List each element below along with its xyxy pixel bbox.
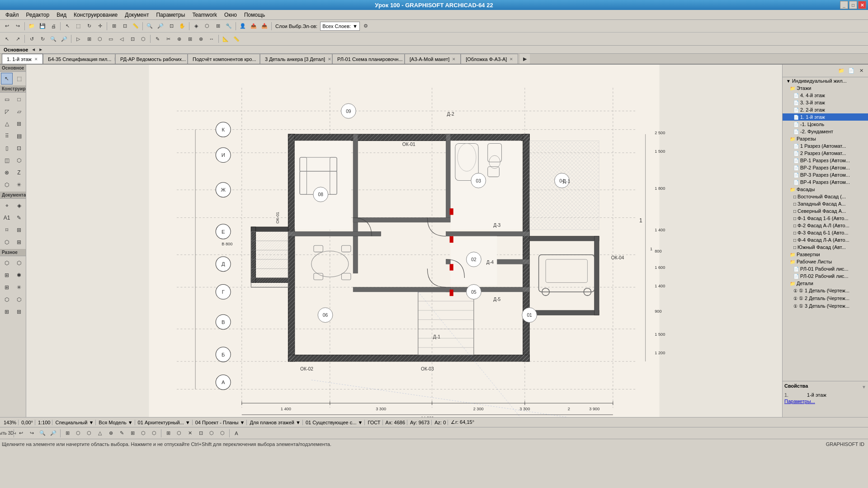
tree-s2[interactable]: 📄 2 Разрез (Автомат... — [783, 150, 868, 157]
tab-4[interactable]: 3 Деталь анкера [3 Детал] ✕ — [260, 54, 332, 64]
tree-floor-m2[interactable]: 📄 -2. Фундамент — [783, 128, 868, 135]
bt-zoom-out[interactable]: 🔎 — [48, 428, 58, 438]
tab-0[interactable]: 1. 1-й этаж ✕ — [2, 54, 43, 64]
tb2-b11[interactable]: ⬡ — [138, 34, 148, 44]
tree-f2[interactable]: □ Западный Фасад А... — [783, 200, 868, 207]
tab-7[interactable]: [Обложка Ф-А3-А] ✕ — [461, 54, 518, 64]
tree-f7[interactable]: □ Ф-4 Фасад Л-А (Авто... — [783, 236, 868, 244]
bt-b4[interactable]: △ — [95, 428, 105, 438]
tab-scroll-right[interactable]: ▶ — [520, 54, 530, 64]
tree-f3[interactable]: □ Северный Фасад А... — [783, 207, 868, 215]
tb-3d[interactable]: ◈ — [191, 21, 201, 31]
tree-sections[interactable]: 📁 Разрезы — [783, 135, 868, 142]
tb-teamwork3[interactable]: 📥 — [259, 21, 269, 31]
tab-1[interactable]: Б4-35 Спецификация пил... ✕ — [43, 54, 115, 64]
tool-label[interactable]: ✎ — [13, 212, 25, 224]
tool-elevation[interactable]: ⊞ — [13, 224, 25, 236]
tree-s6[interactable]: 📄 ВР-4 Разрез (Автом... — [783, 178, 868, 186]
tool-zone[interactable]: Z — [13, 167, 25, 178]
bt-b5[interactable]: ⊕ — [106, 428, 116, 438]
tool-curtain[interactable]: ▤ — [13, 130, 25, 142]
tool-stair[interactable]: ⊞ — [13, 118, 25, 130]
tool-fill[interactable]: ✳ — [13, 282, 25, 293]
tool-skylight[interactable]: ◫ — [1, 155, 13, 166]
tree-facades[interactable]: 📁 Фасады — [783, 186, 868, 193]
panel-next[interactable]: ► — [37, 46, 44, 53]
tb2-b12[interactable]: ✎ — [152, 34, 162, 44]
tool-spline[interactable]: ✱ — [13, 269, 25, 281]
bt-b14[interactable]: ⬡ — [207, 428, 217, 438]
menu-file[interactable]: Файл — [2, 11, 23, 19]
tb-snap[interactable]: ⊡ — [120, 21, 130, 31]
tb-select-move[interactable]: ✛ — [95, 21, 105, 31]
maximize-button[interactable]: □ — [849, 1, 857, 9]
tool-detail[interactable]: ⬡ — [1, 236, 13, 248]
tab-6-close[interactable]: ✕ — [452, 57, 456, 61]
status-filter[interactable]: Для планов этажей ▼ — [248, 420, 302, 425]
tool-text-a1[interactable]: A1 — [1, 212, 13, 224]
status-model[interactable]: Вся Модель ▼ — [97, 420, 135, 425]
menu-params[interactable]: Параметры — [152, 11, 189, 19]
tb2-b18[interactable]: 📐 — [221, 34, 231, 44]
bt-b2[interactable]: ⬡ — [73, 428, 83, 438]
tb2-arrow2[interactable]: ↗ — [13, 34, 23, 44]
tb-layers[interactable]: ⊞ — [213, 21, 223, 31]
tb2-b6[interactable]: ⊞ — [84, 34, 94, 44]
tb-properties[interactable]: 🔧 — [224, 21, 234, 31]
status-phase2[interactable]: 04 Проект - Планы ▼ — [193, 420, 247, 425]
bt-b3[interactable]: ⬡ — [84, 428, 94, 438]
tool-lamp[interactable]: ⊗ — [1, 167, 13, 178]
tree-s5[interactable]: 📄 ВР-3 Разрез (Автом... — [783, 171, 868, 178]
tool-slab[interactable]: ▱ — [13, 106, 25, 117]
tree-unwrap[interactable]: 📁 Развертки — [783, 251, 868, 258]
tb2-b5[interactable]: ▷ — [73, 34, 83, 44]
tab-3[interactable]: Подсчёт компонентов кро... ✕ — [188, 54, 260, 64]
tool-object[interactable]: ⬡ — [13, 155, 25, 166]
tool-polyline[interactable]: ⬡ — [13, 257, 25, 269]
status-phase1[interactable]: 01 Архитектурный... ▼ — [136, 420, 193, 425]
menu-view[interactable]: Вид — [53, 11, 70, 19]
tb-print[interactable]: 🖨 — [48, 21, 58, 31]
tab-4-close[interactable]: ✕ — [328, 57, 331, 61]
tb-measure[interactable]: 📏 — [131, 21, 141, 31]
tb2-b15[interactable]: ⊞ — [185, 34, 195, 44]
tool-wall[interactable]: ▭ — [1, 94, 13, 105]
tool-beam[interactable]: ◸ — [1, 106, 13, 117]
tb2-b9[interactable]: ◁ — [117, 34, 127, 44]
tool-morph[interactable]: ⬡ — [1, 179, 13, 191]
tool-roof[interactable]: △ — [1, 118, 13, 130]
tool-figure[interactable]: ⬡ — [1, 294, 13, 305]
tab-7-close[interactable]: ✕ — [509, 57, 513, 61]
props-collapse[interactable]: ▼ — [862, 385, 866, 389]
tool-arc[interactable]: ⊞ — [1, 269, 13, 281]
layers-dropdown[interactable]: Всех Слоев: ▼ — [320, 22, 360, 31]
tool-window[interactable]: ⊡ — [13, 142, 25, 154]
tree-s4[interactable]: 📄 ВР-2 Разрез (Автом... — [783, 164, 868, 171]
tb-redo[interactable]: ↪ — [13, 21, 23, 31]
tb2-b4[interactable]: 🔎 — [59, 34, 69, 44]
tb2-b10[interactable]: ⊡ — [127, 34, 137, 44]
menu-editor[interactable]: Редактор — [23, 11, 53, 19]
tree-f1[interactable]: □ Восточный Фасад (... — [783, 193, 868, 200]
tb2-b16[interactable]: ⊗ — [196, 34, 206, 44]
bt-undo[interactable]: ↩ — [16, 428, 26, 438]
prop-params-link[interactable]: Параметры... — [784, 399, 866, 404]
bt-redo[interactable]: ↪ — [27, 428, 37, 438]
tool-marquee[interactable]: ⬚ — [13, 73, 25, 84]
tool-line[interactable]: ⬡ — [1, 257, 13, 269]
close-button[interactable]: ✕ — [858, 1, 866, 9]
bt-b6[interactable]: ✎ — [117, 428, 127, 438]
tb-zoom-in[interactable]: 🔍 — [145, 21, 155, 31]
tool-section[interactable]: ⌑ — [1, 224, 13, 236]
minimize-button[interactable]: _ — [840, 1, 848, 9]
menu-construct[interactable]: Конструирование — [70, 11, 121, 19]
tb-zoom-out[interactable]: 🔎 — [156, 21, 165, 31]
tb2-b3[interactable]: 🔍 — [48, 34, 58, 44]
tab-5[interactable]: РЛ-01 Схема планировочн... ✕ — [332, 54, 405, 64]
tree-f8[interactable]: □ Южный Фасад (Авт... — [783, 244, 868, 251]
tb-section[interactable]: ⬡ — [202, 21, 212, 31]
tb-save[interactable]: 💾 — [38, 21, 47, 31]
bt-b10[interactable]: ⊞ — [163, 428, 173, 438]
panel-prev[interactable]: ◄ — [30, 46, 37, 53]
tool-column[interactable]: □ — [13, 94, 25, 105]
